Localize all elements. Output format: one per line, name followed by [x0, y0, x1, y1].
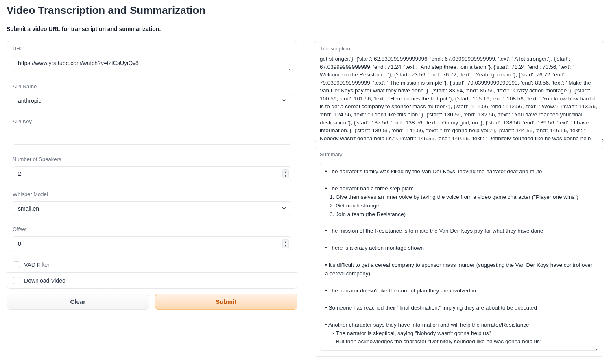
summary-panel: Summary • The narrator's family was kill…	[314, 147, 604, 357]
chevron-up-icon: ▲	[283, 170, 288, 174]
api-name-select[interactable]: anthropic	[13, 94, 291, 108]
whisper-label: Whisper Model	[13, 191, 291, 197]
input-panel: URL API Name anthropic API Key	[7, 41, 297, 289]
url-input[interactable]	[13, 56, 291, 72]
chevron-up-icon: ▲	[283, 240, 288, 244]
transcription-label: Transcription	[314, 41, 604, 55]
transcription-panel: Transcription	[314, 41, 604, 142]
download-video-checkbox[interactable]	[13, 277, 20, 284]
clear-button[interactable]: Clear	[7, 294, 149, 310]
vad-filter-label: VAD Filter	[24, 262, 50, 268]
input-column: URL API Name anthropic API Key	[7, 41, 297, 310]
api-key-input[interactable]	[13, 129, 291, 145]
speakers-label: Number of Speakers	[13, 156, 291, 162]
summary-output[interactable]: • The narrator's family was killed by th…	[320, 163, 598, 351]
summary-label: Summary	[314, 147, 604, 161]
offset-label: Offset	[13, 226, 291, 232]
page-title: Video Transcription and Summarization	[7, 4, 604, 17]
vad-filter-checkbox[interactable]	[13, 261, 20, 268]
transcription-output[interactable]	[314, 55, 604, 140]
number-stepper[interactable]: ▲ ▼	[282, 239, 289, 248]
page-subtitle: Submit a video URL for transcription and…	[7, 26, 604, 32]
url-label: URL	[13, 46, 291, 52]
whisper-model-select[interactable]: small.en	[13, 201, 291, 216]
chevron-down-icon: ▼	[283, 174, 288, 178]
number-stepper[interactable]: ▲ ▼	[282, 169, 289, 178]
chevron-down-icon: ▼	[283, 244, 288, 248]
offset-input[interactable]	[13, 236, 291, 251]
output-column: Transcription Summary • The narrator's f…	[314, 41, 604, 362]
speakers-input[interactable]	[13, 166, 291, 181]
api-name-label: API Name	[13, 83, 291, 89]
submit-button[interactable]: Submit	[155, 294, 298, 310]
download-video-label: Download Video	[24, 277, 65, 284]
api-key-label: API Key	[13, 118, 291, 124]
